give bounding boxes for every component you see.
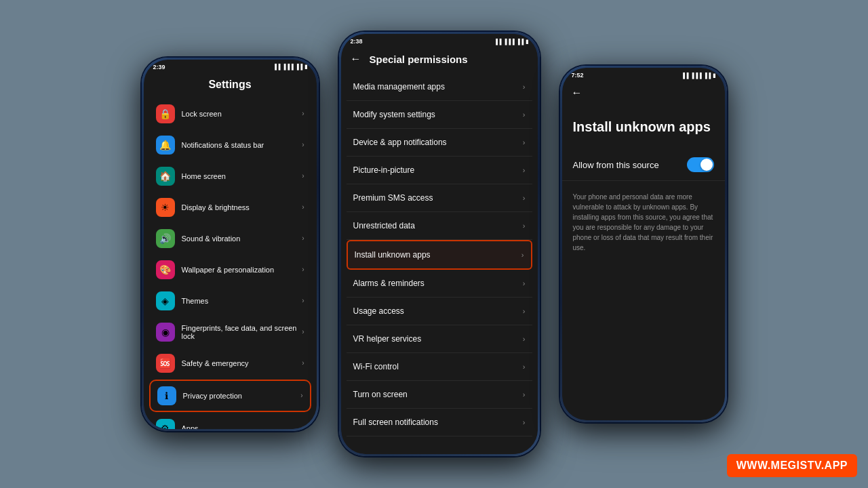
- perm-chevron-alarms: ›: [523, 279, 526, 287]
- perm-item-premium-sms[interactable]: Premium SMS access ›: [347, 184, 532, 212]
- perm-item-pip[interactable]: Picture-in-picture ›: [347, 157, 532, 184]
- label-themes: Themes: [182, 297, 302, 305]
- perm-label-unrestricted: Unrestricted data: [353, 221, 415, 230]
- settings-item-lock-screen[interactable]: 🔒 Lock screen ›: [149, 99, 311, 129]
- phone1-screen: 2:39 ▐▐ ▐▐▐ ▐▐ ▮ Settings 🔒 Lock screen …: [144, 60, 317, 429]
- allow-source-toggle[interactable]: [687, 157, 714, 172]
- warning-text: Your phone and personal data are more vu…: [562, 181, 725, 264]
- icon-lock-screen: 🔒: [156, 104, 175, 123]
- permissions-list: Media management apps › Modify system se…: [341, 73, 538, 436]
- phone3-status-bar: 7:52 ▐▐ ▐▐▐ ▐▐ ▮: [562, 68, 725, 81]
- phone2-title: Special permissions: [370, 54, 468, 65]
- label-display: Display & brightness: [182, 203, 302, 211]
- watermark: WWW.MEGISTV.APP: [727, 454, 857, 477]
- perm-label-fullscreen-notif: Full screen notifications: [353, 418, 438, 427]
- perm-item-alarms[interactable]: Alarms & reminders ›: [347, 270, 532, 298]
- chevron-privacy: ›: [300, 392, 302, 399]
- phones-container: 2:39 ▐▐ ▐▐▐ ▐▐ ▮ Settings 🔒 Lock screen …: [0, 0, 868, 488]
- icon-fingerprints: ◉: [156, 323, 175, 342]
- settings-item-themes[interactable]: ◈ Themes ›: [149, 286, 311, 316]
- chevron-themes: ›: [302, 297, 304, 304]
- perm-chevron-fullscreen-notif: ›: [523, 418, 526, 426]
- perm-label-modify-system: Modify system settings: [353, 110, 435, 119]
- perm-item-turn-on-screen[interactable]: Turn on screen ›: [347, 381, 532, 409]
- phone3-header: ←: [562, 81, 725, 107]
- label-safety: Safety & emergency: [182, 359, 302, 367]
- icon-wallpaper: 🎨: [156, 260, 175, 279]
- perm-item-wifi-control[interactable]: Wi-Fi control ›: [347, 353, 532, 381]
- phone2-status-icons: ▐▐ ▐▐▐ ▐▐ ▮: [494, 39, 528, 45]
- settings-item-fingerprints[interactable]: ◉ Fingerprints, face data, and screen lo…: [149, 317, 311, 347]
- phone2-back-button[interactable]: ←: [351, 53, 361, 65]
- perm-label-alarms: Alarms & reminders: [353, 279, 425, 288]
- settings-item-apps[interactable]: ⚙ Apps ›: [149, 413, 311, 429]
- perm-item-modify-system[interactable]: Modify system settings ›: [347, 101, 532, 129]
- settings-item-display[interactable]: ☀ Display & brightness ›: [149, 192, 311, 222]
- chevron-wallpaper: ›: [302, 266, 304, 273]
- perm-item-usage-access[interactable]: Usage access ›: [347, 298, 532, 325]
- perm-chevron-wifi-control: ›: [523, 363, 526, 371]
- phone2-time: 2:38: [351, 38, 363, 45]
- perm-item-unrestricted[interactable]: Unrestricted data ›: [347, 212, 532, 240]
- phone-settings: 2:39 ▐▐ ▐▐▐ ▐▐ ▮ Settings 🔒 Lock screen …: [142, 58, 319, 431]
- settings-item-home-screen[interactable]: 🏠 Home screen ›: [149, 161, 311, 191]
- icon-notifications: 🔔: [156, 136, 175, 155]
- chevron-safety: ›: [302, 359, 304, 367]
- label-wallpaper: Wallpaper & personalization: [182, 266, 302, 274]
- toggle-label: Allow from this source: [573, 160, 659, 170]
- phone3-time: 7:52: [572, 72, 584, 79]
- settings-item-safety[interactable]: 🆘 Safety & emergency ›: [149, 348, 311, 378]
- perm-label-usage-access: Usage access: [353, 306, 404, 316]
- perm-label-device-notif: Device & app notifications: [353, 138, 447, 147]
- perm-label-wifi-control: Wi-Fi control: [353, 362, 399, 371]
- perm-label-pip: Picture-in-picture: [353, 165, 415, 175]
- label-sound: Sound & vibration: [182, 235, 302, 243]
- settings-item-notifications[interactable]: 🔔 Notifications & status bar ›: [149, 130, 311, 160]
- perm-label-premium-sms: Premium SMS access: [353, 193, 433, 203]
- perm-chevron-vr-helper: ›: [523, 335, 526, 343]
- chevron-fingerprints: ›: [302, 328, 304, 336]
- settings-title: Settings: [144, 73, 317, 99]
- chevron-sound: ›: [302, 235, 304, 242]
- icon-themes: ◈: [156, 291, 175, 310]
- perm-label-media-mgmt: Media management apps: [353, 82, 445, 92]
- perm-chevron-turn-on-screen: ›: [523, 390, 526, 399]
- label-home-screen: Home screen: [182, 172, 302, 180]
- label-fingerprints: Fingerprints, face data, and screen lock: [182, 324, 302, 340]
- phone3-back-button[interactable]: ←: [572, 87, 583, 99]
- perm-chevron-pip: ›: [523, 166, 526, 174]
- settings-item-wallpaper[interactable]: 🎨 Wallpaper & personalization ›: [149, 255, 311, 285]
- icon-privacy: ℹ: [157, 386, 176, 405]
- phone3-screen: 7:52 ▐▐ ▐▐▐ ▐▐ ▮ ← Install unknown apps …: [562, 68, 725, 420]
- chevron-notifications: ›: [302, 141, 304, 148]
- icon-home-screen: 🏠: [156, 167, 175, 186]
- settings-item-sound[interactable]: 🔊 Sound & vibration ›: [149, 224, 311, 253]
- phone2-status-bar: 2:38 ▐▐ ▐▐▐ ▐▐ ▮: [341, 34, 538, 47]
- chevron-display: ›: [302, 203, 304, 211]
- label-lock-screen: Lock screen: [182, 110, 302, 118]
- perm-item-device-notif[interactable]: Device & app notifications ›: [347, 129, 532, 157]
- icon-safety: 🆘: [156, 354, 175, 373]
- perm-item-install-unknown[interactable]: Install unknown apps ›: [347, 240, 532, 270]
- phone-install: 7:52 ▐▐ ▐▐▐ ▐▐ ▮ ← Install unknown apps …: [560, 66, 727, 422]
- phone2-header: ← Special permissions: [341, 47, 538, 73]
- label-privacy: Privacy protection: [183, 392, 301, 400]
- perm-item-fullscreen-notif[interactable]: Full screen notifications ›: [347, 409, 532, 436]
- settings-item-privacy[interactable]: ℹ Privacy protection ›: [149, 380, 311, 412]
- phone3-status-icons: ▐▐ ▐▐▐ ▐▐ ▮: [681, 73, 715, 79]
- chevron-lock-screen: ›: [302, 110, 304, 117]
- perm-item-vr-helper[interactable]: VR helper services ›: [347, 325, 532, 353]
- perm-chevron-device-notif: ›: [523, 138, 526, 146]
- phone1-status-bar: 2:39 ▐▐ ▐▐▐ ▐▐ ▮: [144, 60, 317, 73]
- install-title: Install unknown apps: [562, 107, 725, 149]
- chevron-home-screen: ›: [302, 172, 304, 180]
- perm-chevron-premium-sms: ›: [523, 194, 526, 202]
- toggle-row: Allow from this source: [562, 149, 725, 181]
- perm-label-install-unknown: Install unknown apps: [355, 250, 431, 260]
- icon-sound: 🔊: [156, 229, 175, 248]
- phone1-status-icons: ▐▐ ▐▐▐ ▐▐ ▮: [273, 64, 307, 70]
- perm-label-vr-helper: VR helper services: [353, 334, 422, 344]
- perm-item-media-mgmt[interactable]: Media management apps ›: [347, 73, 532, 101]
- phone1-time: 2:39: [153, 64, 165, 70]
- chevron-apps: ›: [302, 424, 304, 429]
